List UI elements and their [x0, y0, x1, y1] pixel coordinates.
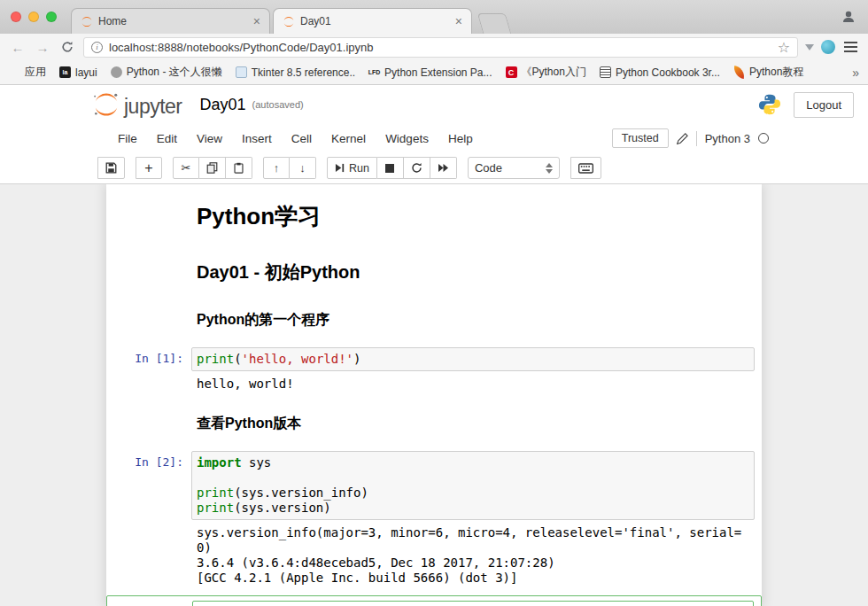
interrupt-kernel-button[interactable] [377, 157, 404, 179]
cell-prompt: In [1]: [106, 347, 191, 397]
chrome-menu-icon[interactable] [842, 40, 859, 54]
browser-titlebar: Home × Day01 × [0, 0, 868, 34]
cell-prompt: In [ ]: [107, 601, 192, 606]
code-cell[interactable]: In [2]:import sys print(sys.version_info… [106, 447, 762, 595]
minimize-window-button[interactable] [28, 12, 39, 22]
trusted-button[interactable]: Trusted [612, 128, 669, 148]
extension-icon[interactable] [821, 40, 835, 54]
menu-widgets[interactable]: Widgets [376, 132, 438, 145]
restart-kernel-button[interactable] [404, 157, 430, 179]
cell-prompt: In [2]: [106, 451, 191, 591]
add-cell-button[interactable]: + [136, 157, 162, 179]
code-input[interactable]: import sys print(sys.version_info)print(… [191, 451, 755, 520]
menu-help[interactable]: Help [438, 132, 483, 145]
code-input[interactable]: print('hello, world!') [191, 347, 755, 371]
clipboard-icon [233, 162, 244, 174]
bookmark-item-0[interactable]: 应用 [9, 65, 46, 80]
markdown-cell[interactable]: Python的第一个程序 [106, 298, 762, 343]
zoom-window-button[interactable] [46, 12, 57, 22]
page-favicon [236, 66, 247, 78]
move-cell-up-button[interactable]: ↑ [263, 157, 290, 179]
bookmark-item-4[interactable]: LFDPython Extension Pa... [368, 65, 492, 80]
bookmark-label: layui [75, 66, 97, 79]
restart-run-all-button[interactable] [430, 157, 457, 179]
save-button[interactable] [97, 157, 125, 179]
bookmark-label: 应用 [25, 65, 46, 80]
python-logo [758, 93, 781, 116]
markdown-heading: Day01 - 初始Python [197, 260, 755, 284]
apps-grid-favicon [9, 66, 20, 78]
jupyter-logo[interactable]: jupyter [92, 92, 182, 117]
bookmark-item-5[interactable]: C《Python入门 [506, 65, 586, 80]
cell-type-dropdown[interactable]: Code [468, 157, 560, 179]
bookmark-label: 《Python入门 [522, 65, 586, 80]
restart-icon [411, 162, 422, 174]
bookmark-item-6[interactable]: Python Cookbook 3r... [600, 65, 720, 80]
code-cell[interactable]: In [ ]: [106, 595, 762, 606]
bookmark-item-7[interactable]: Python教程 [733, 65, 803, 80]
menu-file[interactable]: File [108, 132, 147, 145]
url-bar[interactable]: i localhost:8888/notebooks/PythonCode/Da… [83, 37, 798, 58]
page-info-icon[interactable]: i [91, 42, 103, 53]
scissors-icon: ✂ [182, 162, 191, 174]
markdown-cell[interactable]: Day01 - 初始Python [106, 247, 762, 298]
move-cell-down-button[interactable]: ↓ [290, 157, 316, 179]
url-text[interactable]: localhost:8888/notebooks/PythonCode/Day0… [109, 41, 771, 54]
arrow-down-icon: ↓ [299, 162, 306, 174]
bookmark-star-icon[interactable]: ☆ [778, 39, 790, 56]
jupyter-menubar: FileEditViewInsertCellKernelWidgetsHelp … [0, 124, 868, 152]
menu-kernel[interactable]: Kernel [322, 132, 376, 145]
book-favicon [600, 66, 611, 78]
stop-icon [385, 164, 394, 173]
downloads-icon[interactable] [805, 44, 814, 50]
logout-button[interactable]: Logout [794, 92, 854, 118]
jupyter-favicon [81, 16, 93, 27]
bookmarks-overflow-chevron[interactable]: » [852, 66, 859, 80]
bookmark-label: Python Extension Pa... [384, 66, 492, 79]
profile-icon[interactable] [841, 10, 856, 24]
markdown-heading: Python的第一个程序 [197, 311, 755, 330]
dropdown-arrows-icon [546, 163, 553, 174]
run-label: Run [349, 162, 369, 175]
close-window-button[interactable] [11, 12, 21, 22]
kernel-name[interactable]: Python 3 [705, 132, 750, 145]
window-controls [11, 12, 57, 22]
divider [696, 131, 697, 146]
new-tab-button[interactable] [477, 13, 512, 34]
markdown-heading: Python学习 [197, 201, 755, 232]
back-icon[interactable]: ← [9, 40, 27, 55]
run-icon [335, 163, 345, 173]
forward-icon[interactable]: → [34, 40, 51, 55]
menu-view[interactable]: View [187, 132, 232, 145]
bookmark-label: Python教程 [749, 65, 803, 80]
notebook-title[interactable]: Day01 [200, 96, 246, 114]
tab-close-icon[interactable]: × [455, 15, 462, 27]
browser-tab-day01[interactable]: Day01 × [273, 8, 472, 34]
paste-cell-button[interactable] [226, 157, 252, 179]
red-square-c-favicon: C [506, 66, 517, 78]
markdown-cell[interactable]: 查看Python版本 [106, 401, 762, 447]
menu-edit[interactable]: Edit [147, 132, 187, 145]
run-cell-button[interactable]: Run [327, 157, 377, 179]
menu-insert[interactable]: Insert [232, 132, 282, 145]
copy-cell-button[interactable] [199, 157, 226, 179]
browser-tab-home[interactable]: Home × [71, 8, 270, 34]
jupyter-header: jupyter Day01 (autosaved) Logout [0, 85, 868, 124]
feather-favicon [732, 66, 746, 79]
command-palette-button[interactable] [570, 157, 601, 179]
notebook-container: Python学习Day01 - 初始PythonPython的第一个程序In [… [106, 184, 762, 606]
code-cell[interactable]: In [1]:print('hello, world!')hello, worl… [106, 343, 762, 401]
edit-mode-pencil-icon [677, 133, 688, 144]
bookmark-item-3[interactable]: Tkinter 8.5 reference.. [236, 65, 355, 80]
menu-cell[interactable]: Cell [282, 132, 322, 145]
cell-prompt [106, 406, 191, 442]
bookmark-item-1[interactable]: lalayui [59, 65, 97, 80]
notebook-scroll-area[interactable]: Python学习Day01 - 初始PythonPython的第一个程序In [… [0, 184, 868, 606]
jupyter-wordmark: jupyter [124, 97, 182, 117]
reload-icon[interactable] [58, 41, 76, 53]
tab-close-icon[interactable]: × [253, 15, 260, 27]
cut-cell-button[interactable]: ✂ [173, 157, 199, 179]
code-input[interactable] [192, 601, 754, 606]
markdown-cell[interactable]: Python学习 [106, 191, 762, 247]
bookmark-item-2[interactable]: Python - 这个人很懒 [111, 65, 222, 80]
